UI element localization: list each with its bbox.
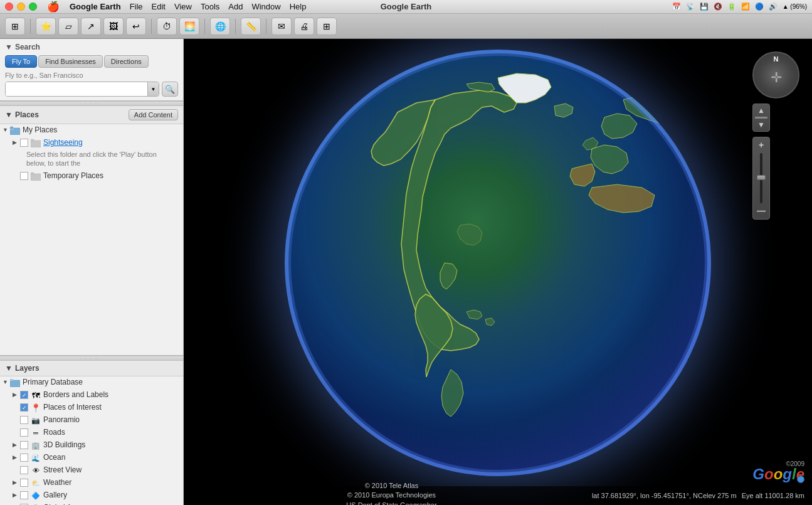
sightseeing-label[interactable]: Sightseeing <box>43 138 83 147</box>
svg-rect-2 <box>10 127 13 129</box>
toolbar-placemark[interactable]: ⭐ <box>36 18 56 35</box>
toolbar-polygon[interactable]: ▱ <box>58 18 78 35</box>
zoom-in-button[interactable]: + <box>759 140 764 151</box>
3d-checkbox[interactable] <box>20 441 28 449</box>
toolbar-print[interactable]: 🖨 <box>294 18 314 35</box>
toolbar-tour[interactable]: ⏱ <box>157 18 177 35</box>
svg-rect-3 <box>31 141 41 147</box>
toolbar-ruler[interactable]: 📏 <box>241 18 261 35</box>
tab-find-businesses[interactable]: Find Businesses <box>38 55 103 68</box>
sv-icon: 👁 <box>31 465 41 476</box>
search-dropdown-icon[interactable]: ▼ <box>147 82 159 96</box>
ocean-label: Ocean <box>43 453 65 462</box>
toolbar-path[interactable]: ↗ <box>81 18 101 35</box>
status-center: © 2010 Tele Atlas © 2010 Europa Technolo… <box>191 481 592 505</box>
resize-handle[interactable]: · · · <box>0 101 183 106</box>
borders-expand: ▶ <box>13 391 20 398</box>
zoom-control[interactable]: + — <box>752 137 770 220</box>
menu-file[interactable]: File <box>130 2 143 11</box>
tilt-control[interactable]: ▲ ▼ <box>752 104 770 132</box>
toolbar-email[interactable]: ✉ <box>272 18 292 35</box>
status-bar: © 2010 Tele Atlas © 2010 Europa Technolo… <box>184 486 812 505</box>
borders-checkbox[interactable]: ✓ <box>20 391 28 399</box>
close-button[interactable] <box>5 3 13 11</box>
tab-directions[interactable]: Directions <box>104 55 149 68</box>
compass-control[interactable]: N ✛ <box>752 51 799 98</box>
toolbar-grid[interactable]: 🌐 <box>210 18 230 35</box>
ocean-checkbox[interactable] <box>20 454 28 462</box>
compass-inner: N ✛ <box>754 53 798 97</box>
minimize-button[interactable] <box>17 3 25 11</box>
search-input[interactable] <box>6 82 147 96</box>
toolbar-record[interactable]: ↩ <box>126 18 146 35</box>
sightseeing-folder-icon <box>31 138 41 148</box>
poi-icon: 📍 <box>31 403 41 413</box>
layer-borders[interactable]: ▶ ✓ 🗺 Borders and Labels <box>0 389 183 401</box>
search-triangle-icon: ▼ <box>5 43 13 51</box>
layer-weather[interactable]: ▶ ⛅ Weather <box>0 477 183 489</box>
weather-label: Weather <box>43 478 71 487</box>
menu-view[interactable]: View <box>174 2 192 11</box>
toolbar-sidebar-toggle[interactable]: ⊞ <box>5 18 25 35</box>
menu-help[interactable]: Help <box>290 2 307 11</box>
layer-global-awareness[interactable]: ▶ 🌍 Global Awareness <box>0 502 183 505</box>
add-content-button[interactable]: Add Content <box>129 109 178 120</box>
zoom-out-button[interactable]: — <box>757 206 766 216</box>
toolbar-image-overlay[interactable]: 🖼 <box>103 18 124 35</box>
menu-window[interactable]: Window <box>251 2 280 11</box>
primary-db-icon <box>10 378 20 388</box>
map-area[interactable]: N ✛ ▲ ▼ + — Google ©2009 <box>184 39 812 505</box>
svg-rect-4 <box>31 139 34 141</box>
roads-checkbox[interactable] <box>20 428 28 437</box>
globe[interactable] <box>285 50 711 476</box>
apple-menu-icon[interactable]: 🍎 <box>47 1 60 13</box>
layer-gallery[interactable]: ▶ 🔷 Gallery <box>0 489 183 502</box>
zoom-slider-thumb[interactable] <box>757 175 766 180</box>
menu-app[interactable]: Google Earth <box>70 2 121 11</box>
layers-header: ▼ Layers <box>0 361 183 376</box>
gallery-icon: 🔷 <box>31 491 41 501</box>
sightseeing-checkbox[interactable] <box>20 139 28 147</box>
layer-3d-buildings[interactable]: ▶ 🏢 3D Buildings <box>0 439 183 452</box>
resize-handle-2[interactable]: · · · <box>0 356 183 361</box>
tree-item-temporary-places[interactable]: ▶ Temporary Places <box>0 170 183 183</box>
3d-expand: ▶ <box>13 442 20 448</box>
maximize-button[interactable] <box>29 3 37 11</box>
window-title: Google Earth <box>381 2 432 11</box>
panoramio-label: Panoramio <box>43 415 80 424</box>
weather-icon: ⛅ <box>31 478 41 488</box>
gallery-checkbox[interactable] <box>20 491 28 499</box>
search-header: ▼ Search <box>5 43 178 51</box>
sv-checkbox[interactable] <box>20 466 28 474</box>
panoramio-checkbox[interactable] <box>20 416 28 424</box>
layer-primary-database[interactable]: ▼ Primary Database <box>0 376 183 389</box>
layer-street-view[interactable]: ▶ 👁 Street View <box>0 464 183 477</box>
tab-fly-to[interactable]: Fly To <box>5 55 37 68</box>
svg-rect-6 <box>31 173 34 174</box>
weather-checkbox[interactable] <box>20 479 28 487</box>
globe-container <box>184 39 812 486</box>
temporary-checkbox[interactable] <box>20 172 28 180</box>
ocean-expand: ▶ <box>13 454 20 460</box>
layer-panoramio[interactable]: ▶ 📷 Panoramio <box>0 414 183 427</box>
places-header: ▼ Places Add Content <box>0 106 183 124</box>
svg-rect-5 <box>31 174 41 181</box>
search-input-wrapper: ▼ <box>5 82 159 97</box>
tilt-up-button[interactable]: ▲ <box>757 107 765 114</box>
layer-roads[interactable]: ▶ ═ Roads <box>0 427 183 439</box>
tree-item-my-places[interactable]: ▼ My Places <box>0 124 183 137</box>
menu-add[interactable]: Add <box>228 2 243 11</box>
eye-alt: Eye alt 11001.28 km <box>742 492 804 499</box>
tree-item-sightseeing[interactable]: ▶ Sightseeing <box>0 137 183 149</box>
layer-places-of-interest[interactable]: ▶ ✓ 📍 Places of Interest <box>0 401 183 414</box>
poi-checkbox[interactable]: ✓ <box>20 403 28 412</box>
my-places-label: My Places <box>23 125 57 134</box>
layer-ocean[interactable]: ▶ 🌊 Ocean <box>0 452 183 464</box>
places-header-left: ▼ Places <box>5 110 39 119</box>
toolbar-sunrise[interactable]: 🌅 <box>179 18 199 35</box>
search-go-button[interactable]: 🔍 <box>162 82 178 97</box>
tilt-down-button[interactable]: ▼ <box>757 121 765 129</box>
toolbar-view[interactable]: ⊞ <box>317 18 337 35</box>
menu-tools[interactable]: Tools <box>201 2 219 11</box>
menu-edit[interactable]: Edit <box>152 2 166 11</box>
